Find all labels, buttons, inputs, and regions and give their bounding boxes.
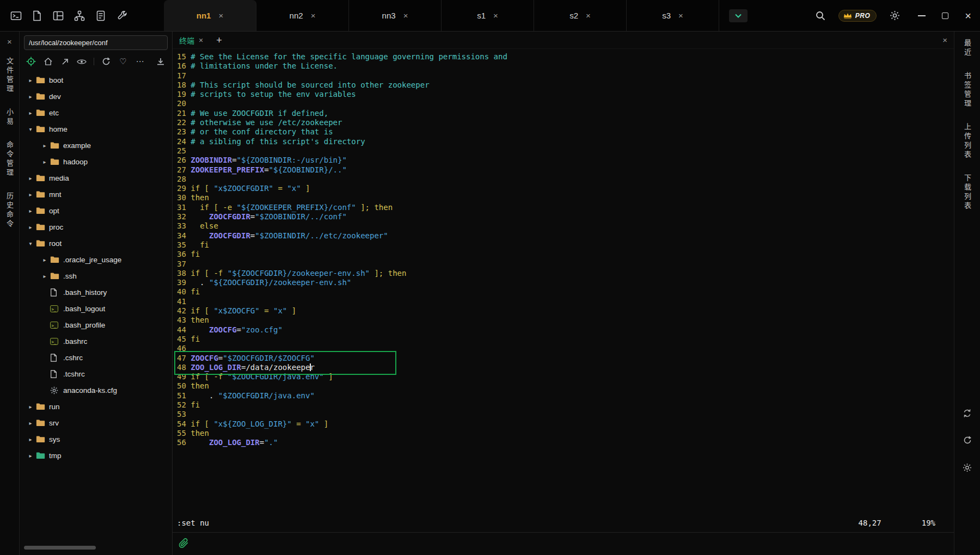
rail-item-right_rail-2[interactable]: 上传列表 — [962, 123, 972, 160]
terminal-line-19: 19# scripts to setup the env variables — [177, 90, 954, 99]
session-tab-s3[interactable]: s3× — [627, 0, 719, 31]
sync-icon[interactable] — [961, 407, 973, 419]
session-tab-nn3[interactable]: nn3× — [349, 0, 442, 31]
terminal-console-icon[interactable] — [10, 10, 22, 22]
session-tab-nn2[interactable]: nn2× — [256, 0, 349, 31]
new-terminal-button[interactable]: + — [216, 35, 222, 45]
tree-item-.ssh[interactable]: ▸.ssh — [20, 268, 172, 284]
tree-item-media[interactable]: ▸media — [20, 170, 172, 186]
terminal-screen[interactable]: 15# See the License for the specific lan… — [173, 49, 954, 532]
horizontal-scrollbar[interactable] — [24, 546, 96, 550]
rail-item-right_rail-3[interactable]: 下载列表 — [962, 174, 972, 211]
tree-item-sys[interactable]: ▸sys — [20, 431, 172, 447]
more-options-icon[interactable]: ⋯ — [135, 57, 145, 66]
locate-target-icon[interactable] — [26, 57, 36, 66]
tree-item-.bash_history[interactable]: .bash_history — [20, 284, 172, 300]
session-tab-s2[interactable]: s2× — [534, 0, 627, 31]
path-input[interactable] — [24, 35, 168, 50]
settings-gear-icon[interactable] — [889, 10, 901, 22]
search-icon[interactable] — [814, 10, 826, 22]
svg-text:>_: >_ — [51, 306, 56, 311]
preview-eye-icon[interactable] — [77, 57, 87, 66]
chevron-right-icon[interactable]: ▸ — [39, 143, 50, 149]
layout-icon[interactable] — [52, 10, 64, 22]
attachment-icon[interactable] — [178, 538, 189, 551]
tree-item-proc[interactable]: ▸proc — [20, 219, 172, 235]
terminal-tab[interactable]: 终端 — [179, 35, 194, 46]
tree-item-srv[interactable]: ▸srv — [20, 415, 172, 431]
tree-item-etc[interactable]: ▸etc — [20, 104, 172, 121]
chevron-right-icon[interactable]: ▸ — [25, 175, 36, 181]
tree-item-.bash_logout[interactable]: >_.bash_logout — [20, 300, 172, 317]
tree-item-label: .bash_history — [63, 288, 107, 297]
pro-badge[interactable]: PRO — [838, 10, 877, 22]
tree-item-.cshrc[interactable]: .cshrc — [20, 349, 172, 366]
tree-item-root[interactable]: ▾root — [20, 235, 172, 251]
terminal-panel-close-icon[interactable]: × — [942, 35, 947, 45]
chevron-right-icon[interactable]: ▸ — [39, 257, 50, 263]
tree-item-tmp[interactable]: ▸tmp — [20, 447, 172, 464]
tree-item-run[interactable]: ▸run — [20, 398, 172, 415]
tree-item-hadoop[interactable]: ▸hadoop — [20, 153, 172, 170]
sitemap-icon[interactable] — [74, 10, 85, 22]
close-button[interactable]: × — [965, 10, 971, 21]
tree-item-boot[interactable]: ▸boot — [20, 72, 172, 88]
chevron-right-icon[interactable]: ▸ — [25, 110, 36, 116]
session-tab-nn1[interactable]: nn1× — [164, 0, 256, 31]
session-tab-s1[interactable]: s1× — [442, 0, 534, 31]
jump-arrow-icon[interactable] — [60, 57, 70, 66]
minimize-button[interactable] — [918, 15, 926, 16]
wrench-icon[interactable] — [116, 10, 128, 22]
tab-close-icon[interactable]: × — [218, 11, 223, 20]
refresh-icon[interactable] — [961, 434, 973, 446]
chevron-right-icon[interactable]: ▸ — [25, 192, 36, 198]
tree-item-.bashrc[interactable]: >_.bashrc — [20, 333, 172, 349]
terminal-line-18: 18# This script should be sourced into o… — [177, 81, 954, 90]
tree-item-opt[interactable]: ▸opt — [20, 202, 172, 219]
tree-item-label: sys — [49, 435, 60, 443]
rail-item-left_rail-1[interactable]: 小易 — [4, 108, 15, 127]
tab-close-icon[interactable]: × — [678, 11, 683, 20]
maximize-button[interactable] — [942, 13, 948, 19]
tab-close-icon[interactable]: × — [586, 11, 591, 20]
chevron-down-icon[interactable]: ▾ — [25, 126, 36, 132]
chevron-down-icon[interactable]: ▾ — [25, 240, 36, 246]
tab-close-icon[interactable]: × — [311, 11, 316, 20]
tree-item-.oracle_jre_usage[interactable]: ▸.oracle_jre_usage — [20, 251, 172, 268]
tab-close-icon[interactable]: × — [493, 11, 498, 20]
chevron-right-icon[interactable]: ▸ — [39, 273, 50, 279]
home-icon[interactable] — [43, 57, 53, 66]
tree-item-.tcshrc[interactable]: .tcshrc — [20, 366, 172, 382]
tree-item-home[interactable]: ▾home — [20, 121, 172, 137]
panel-close-icon[interactable]: × — [7, 37, 12, 46]
chevron-right-icon[interactable]: ▸ — [39, 159, 50, 165]
chevron-right-icon[interactable]: ▸ — [25, 224, 36, 230]
tab-close-icon[interactable]: × — [403, 11, 408, 20]
settings-gear-icon[interactable] — [961, 461, 973, 473]
chevron-right-icon[interactable]: ▸ — [25, 436, 36, 442]
refresh-icon[interactable] — [101, 57, 111, 66]
chevron-right-icon[interactable]: ▸ — [25, 420, 36, 426]
chevron-right-icon[interactable]: ▸ — [25, 453, 36, 459]
tab-list-dropdown[interactable] — [729, 9, 748, 22]
tree-item-example[interactable]: ▸example — [20, 137, 172, 153]
rail-item-right_rail-0[interactable]: 最近 — [962, 39, 972, 58]
favorite-heart-icon[interactable]: ♡ — [118, 57, 128, 66]
chevron-right-icon[interactable]: ▸ — [25, 404, 36, 410]
rail-item-right_rail-1[interactable]: 书签管理 — [962, 72, 972, 109]
tree-item-dev[interactable]: ▸dev — [20, 88, 172, 104]
rail-item-left_rail-0[interactable]: 文件管理 — [4, 57, 15, 94]
terminal-tab-close-icon[interactable]: × — [199, 36, 203, 45]
rail-item-left_rail-2[interactable]: 命令管理 — [4, 141, 15, 178]
rail-item-left_rail-3[interactable]: 历史命令 — [4, 192, 15, 229]
download-icon[interactable] — [156, 57, 166, 66]
tree-item-.bash_profile[interactable]: >_.bash_profile — [20, 317, 172, 333]
chevron-right-icon[interactable]: ▸ — [25, 77, 36, 83]
document-icon[interactable] — [95, 10, 107, 22]
chevron-right-icon[interactable]: ▸ — [25, 208, 36, 214]
new-file-icon[interactable] — [31, 10, 43, 22]
tree-item-anaconda-ks.cfg[interactable]: anaconda-ks.cfg — [20, 382, 172, 398]
chevron-right-icon[interactable]: ▸ — [25, 94, 36, 100]
line-number: 18 — [177, 81, 186, 90]
tree-item-mnt[interactable]: ▸mnt — [20, 186, 172, 202]
